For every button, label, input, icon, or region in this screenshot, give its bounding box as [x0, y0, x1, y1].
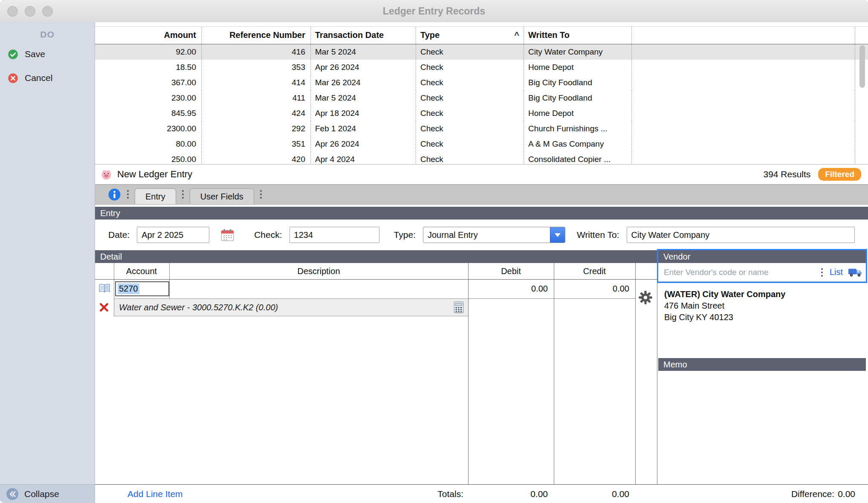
drag-handle-icon[interactable] [821, 268, 823, 277]
column-header-reference-number[interactable]: Reference Number [202, 27, 311, 44]
calendar-icon[interactable] [220, 228, 234, 242]
table-row[interactable]: 2300.00 292 Feb 1 2024 Check Church Furn… [95, 121, 868, 136]
truck-icon[interactable] [848, 267, 862, 277]
table-row[interactable]: 845.95 424 Apr 18 2024 Check Home Depot [95, 106, 868, 121]
status-title: New Ledger Entry [117, 169, 192, 180]
sidebar-header: DO [0, 22, 95, 40]
account-hint-text: Water and Sewer - 3000.5270.K.K2 (0.00) [119, 303, 454, 312]
cell-filler [632, 60, 855, 75]
grid-line [468, 298, 635, 299]
cell-transaction-date: Apr 4 2024 [311, 152, 416, 164]
memo-input[interactable] [658, 371, 866, 484]
cell-type: Check [416, 75, 524, 90]
detail-column-description: Description [169, 263, 468, 279]
detail-section-header: Detail [95, 250, 657, 263]
tab-bar: Entry User Fields [95, 185, 868, 205]
results-count: 394 Results [763, 169, 810, 179]
sidebar: DO Save Cancel Collapse [0, 22, 95, 503]
cell-transaction-date: Apr 26 2024 [311, 60, 416, 75]
cell-amount: 92.00 [95, 44, 202, 60]
table-row[interactable]: 18.50 353 Apr 26 2024 Check Home Depot [95, 60, 868, 75]
cell-transaction-date: Mar 5 2024 [311, 44, 416, 60]
cell-amount: 80.00 [95, 136, 202, 152]
account-description-hint: Water and Sewer - 3000.5270.K.K2 (0.00) [114, 298, 468, 316]
cell-filler [632, 106, 855, 121]
delete-line-icon[interactable] [99, 302, 109, 312]
cell-transaction-date: Feb 1 2024 [311, 121, 416, 136]
detail-grid-header: Account Description Debit Credit [95, 263, 657, 279]
difference-value: 0.00 [838, 485, 855, 503]
column-header-amount[interactable]: Amount [95, 27, 202, 44]
cell-reference-number: 414 [202, 75, 311, 90]
cell-type: Check [416, 136, 524, 152]
cell-transaction-date: Mar 26 2024 [311, 75, 416, 90]
vendor-search-row: List [658, 263, 866, 282]
vendor-list-link[interactable]: List [830, 267, 843, 277]
grid-line [169, 263, 170, 298]
account-hint-row: Water and Sewer - 3000.5270.K.K2 (0.00) [95, 298, 657, 316]
pig-icon [101, 169, 112, 180]
cell-written-to: Consolidated Copier ... [524, 152, 632, 164]
vendor-search-input[interactable] [663, 267, 815, 278]
save-button[interactable]: Save [0, 45, 95, 64]
type-select[interactable]: Journal Entry [423, 227, 565, 243]
table-row[interactable]: 250.00 420 Apr 4 2024 Check Consolidated… [95, 152, 868, 164]
type-field-group: Type: Journal Entry [394, 227, 565, 243]
table-scrollbar[interactable] [859, 45, 865, 160]
footer-bar: Add Line Item Totals: 0.00 0.00 Differen… [95, 484, 868, 503]
table-row[interactable]: 92.00 416 Mar 5 2024 Check City Water Co… [95, 44, 868, 60]
cell-reference-number: 424 [202, 106, 311, 121]
totals-debit: 0.00 [468, 485, 554, 503]
cell-type: Check [416, 152, 524, 164]
column-header-type-label: Type [420, 27, 440, 44]
check-number-input[interactable] [289, 227, 379, 243]
dropdown-icon[interactable] [550, 227, 565, 243]
tab-user-fields[interactable]: User Fields [190, 188, 254, 204]
cell-amount: 18.50 [95, 60, 202, 75]
table-row[interactable]: 80.00 351 Apr 26 2024 Check A & M Gas Co… [95, 136, 868, 152]
info-icon[interactable] [108, 188, 121, 201]
date-input[interactable] [137, 227, 209, 243]
tab-entry[interactable]: Entry [135, 188, 176, 204]
column-header-transaction-date[interactable]: Transaction Date [311, 27, 416, 44]
totals-label: Totals: [351, 485, 463, 503]
grid-line [114, 263, 114, 316]
cell-amount: 2300.00 [95, 121, 202, 136]
vendor-name: (WATER) City Water Company [664, 289, 860, 300]
drag-handle-icon[interactable] [182, 190, 184, 199]
column-header-written-to[interactable]: Written To [524, 27, 632, 44]
cancel-button[interactable]: Cancel [0, 69, 95, 87]
credit-cell[interactable]: 0.00 [554, 279, 629, 298]
written-to-field-group: Written To: [577, 227, 855, 243]
cell-filler [632, 44, 855, 60]
cell-transaction-date: Apr 18 2024 [311, 106, 416, 121]
drag-handle-icon[interactable] [127, 190, 129, 199]
ledger-table: Amount Reference Number Transaction Date… [95, 26, 868, 164]
entry-form: Date: Check: Type: Journal Entry Written… [95, 220, 868, 250]
detail-column-credit: Credit [554, 263, 635, 279]
collapse-button[interactable]: Collapse [0, 484, 95, 503]
written-to-input[interactable] [627, 227, 855, 243]
table-row[interactable]: 367.00 414 Mar 26 2024 Check Big City Fo… [95, 75, 868, 90]
table-row[interactable]: 230.00 411 Mar 5 2024 Check Big City Foo… [95, 90, 868, 106]
memo-section-header: Memo [658, 358, 866, 371]
debit-cell[interactable]: 0.00 [468, 279, 548, 298]
difference-label: Difference: [791, 485, 834, 503]
account-input-value: 5270 [118, 283, 139, 294]
add-line-item-button[interactable]: Add Line Item [127, 485, 183, 503]
cell-amount: 845.95 [95, 106, 202, 121]
type-select-value: Journal Entry [423, 230, 550, 240]
column-header-type[interactable]: Type ^ [416, 27, 524, 44]
account-input[interactable]: 5270 [115, 281, 169, 296]
difference: Difference: 0.00 [791, 485, 855, 503]
scrollbar-thumb[interactable] [859, 45, 865, 88]
cancel-button-label: Cancel [25, 73, 52, 83]
gear-icon[interactable] [638, 290, 653, 305]
drag-handle-icon[interactable] [260, 190, 262, 199]
calculator-icon[interactable] [454, 301, 464, 313]
cell-transaction-date: Mar 5 2024 [311, 90, 416, 106]
filtered-badge[interactable]: Filtered [818, 168, 861, 181]
vendor-panel: Vendor List (WATER) City Water Company 4… [658, 250, 866, 484]
ledger-line-icon[interactable] [98, 283, 111, 293]
check-field-group: Check: [254, 227, 379, 243]
